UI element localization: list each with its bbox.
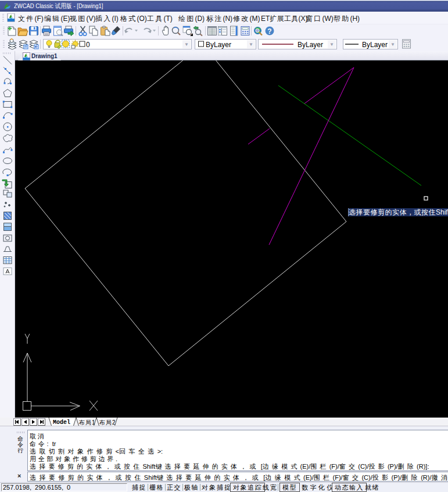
svg-text:Model: Model (53, 419, 70, 426)
svg-text:?: ? (267, 27, 271, 35)
